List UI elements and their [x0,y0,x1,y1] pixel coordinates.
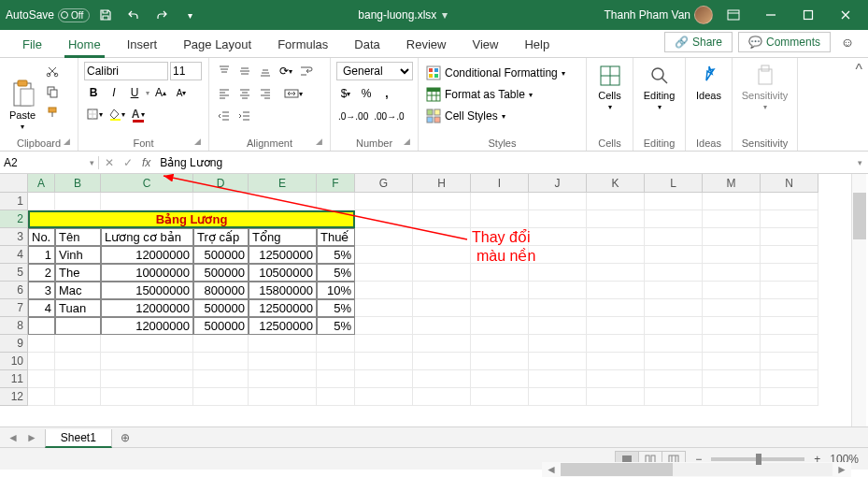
row-header-9[interactable]: 9 [0,335,28,353]
worksheet-grid[interactable]: ABCDEFGHIJKLMN 123456789101112 Bảng Lươn… [0,174,868,426]
cell[interactable] [471,210,529,228]
cell[interactable] [413,335,471,353]
cell[interactable] [249,335,317,353]
row-header-6[interactable]: 6 [0,282,28,299]
cell[interactable] [761,388,818,406]
font-size-combo[interactable] [170,62,202,80]
cell[interactable]: 10000000 [101,264,193,282]
col-header-M[interactable]: M [703,174,761,193]
enter-formula-icon[interactable]: ✓ [123,156,133,169]
increase-indent-button[interactable] [235,107,254,125]
share-button[interactable]: 🔗 Share [664,32,733,52]
cell[interactable]: The [55,264,101,282]
cell[interactable]: 12500000 [249,246,317,264]
cell[interactable] [761,335,818,353]
cell[interactable] [703,299,761,317]
redo-icon[interactable] [149,3,174,27]
cell[interactable]: Lương cơ bản [101,228,193,246]
col-header-L[interactable]: L [645,174,703,193]
cell[interactable] [761,228,818,246]
tab-insert[interactable]: Insert [114,32,171,57]
orientation-button[interactable]: ⟳▾ [277,62,295,80]
vertical-scrollbar[interactable] [851,174,866,426]
sheet-nav-next-icon[interactable]: ► [26,431,37,444]
cell[interactable] [587,246,645,264]
cell[interactable] [471,388,529,406]
cell[interactable]: Mac [55,282,101,299]
cell[interactable] [28,335,55,353]
cell[interactable] [703,246,761,264]
font-name-combo[interactable] [84,62,168,80]
cell[interactable] [249,193,317,210]
increase-decimal-button[interactable]: .0→.00 [336,107,370,125]
col-header-B[interactable]: B [55,174,101,193]
cell[interactable] [703,317,761,335]
cell[interactable] [355,370,413,388]
cell[interactable] [645,282,703,299]
row-header-7[interactable]: 7 [0,299,28,317]
cell[interactable] [645,228,703,246]
cell[interactable] [471,299,529,317]
cell[interactable] [55,335,101,353]
cell[interactable] [703,228,761,246]
zoom-slider[interactable] [711,457,804,461]
cell[interactable] [587,228,645,246]
cell[interactable] [645,210,703,228]
cell[interactable] [703,282,761,299]
cell[interactable] [193,370,249,388]
cell[interactable]: 12000000 [101,317,193,335]
cell[interactable] [587,299,645,317]
cell[interactable] [587,370,645,388]
cell[interactable] [587,317,645,335]
cell[interactable] [761,246,818,264]
align-right-button[interactable] [256,84,275,103]
cell[interactable]: 12000000 [101,299,193,317]
cell[interactable]: Thuế [317,228,355,246]
cell[interactable] [471,264,529,282]
col-header-I[interactable]: I [471,174,529,193]
align-left-button[interactable] [215,84,234,103]
tab-formulas[interactable]: Formulas [264,32,341,57]
cell[interactable] [529,370,587,388]
cell[interactable] [28,353,55,370]
maximize-icon[interactable] [791,2,825,28]
cancel-formula-icon[interactable]: ✕ [105,156,114,169]
name-box-input[interactable] [4,156,78,169]
cell[interactable] [193,335,249,353]
cell[interactable] [587,335,645,353]
cell[interactable]: 5% [317,246,355,264]
tab-file[interactable]: File [9,32,55,57]
cell[interactable] [413,246,471,264]
cell[interactable] [101,370,193,388]
decrease-indent-button[interactable] [215,107,234,125]
cell[interactable] [55,317,101,335]
paste-button[interactable]: Paste▾ [6,62,39,149]
tab-data[interactable]: Data [341,32,392,57]
cell[interactable] [55,353,101,370]
horizontal-scrollbar[interactable]: ◄ ► [542,462,851,477]
cell[interactable] [317,388,355,406]
cell[interactable]: 10500000 [249,264,317,282]
cell[interactable] [355,264,413,282]
cell[interactable] [645,388,703,406]
col-header-C[interactable]: C [101,174,193,193]
cell[interactable] [645,335,703,353]
cell[interactable]: 12000000 [101,246,193,264]
cell[interactable] [249,388,317,406]
row-header-8[interactable]: 8 [0,317,28,335]
cell[interactable] [193,353,249,370]
cell[interactable] [28,388,55,406]
cell[interactable] [761,317,818,335]
cell[interactable] [471,317,529,335]
cell[interactable] [529,210,587,228]
cell[interactable] [471,353,529,370]
cell[interactable] [587,388,645,406]
cell[interactable] [645,353,703,370]
undo-icon[interactable] [121,3,146,27]
tab-page-layout[interactable]: Page Layout [170,32,264,57]
autosave-toggle[interactable]: Off [58,8,90,22]
cell[interactable] [703,388,761,406]
shrink-font-button[interactable]: A▾ [172,83,191,102]
cell[interactable]: 500000 [193,246,249,264]
fill-color-button[interactable]: ▾ [107,105,127,123]
